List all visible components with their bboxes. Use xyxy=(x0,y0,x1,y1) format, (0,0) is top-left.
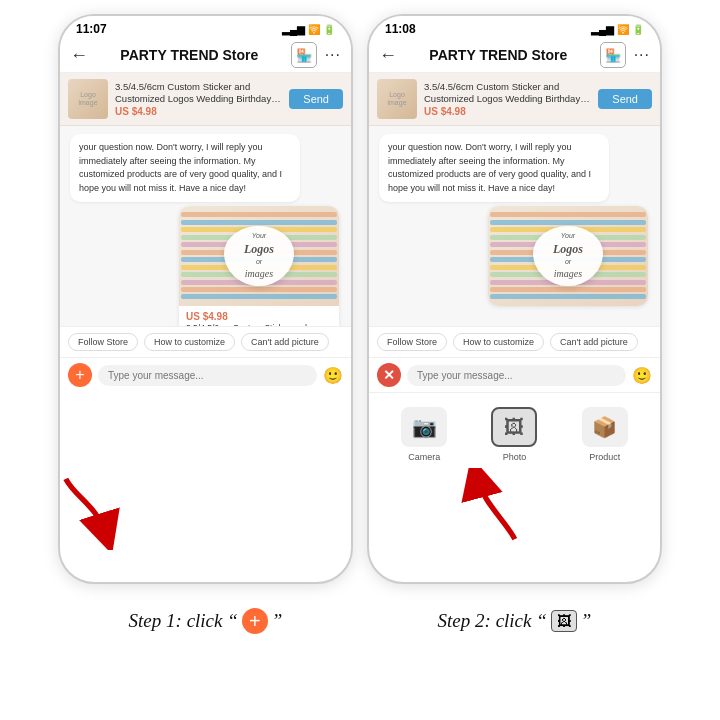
product-card-chat-1: Your Logos or images US $4.98 3.5/4.5/6c… xyxy=(179,206,341,326)
status-bar-2: 11:08 ▂▄▆ 🛜 🔋 xyxy=(369,16,660,38)
cant-add-picture-btn-1[interactable]: Can't add picture xyxy=(241,333,329,351)
step2-photo-icon: 🖼 xyxy=(551,610,577,632)
nav-bar-2: ← PARTY TREND Store 🏪 ··· xyxy=(369,38,660,73)
photo-label: Photo xyxy=(503,452,527,462)
back-button-2[interactable]: ← xyxy=(379,45,397,66)
more-button-2[interactable]: ··· xyxy=(634,46,650,64)
step1-end-quote: ” xyxy=(272,610,283,632)
message-bar-2: ✕ 🙂 xyxy=(369,357,660,392)
product-price-2: US $4.98 xyxy=(424,106,591,117)
photo-item[interactable]: 🖼 Photo xyxy=(491,407,537,462)
message-input-2[interactable] xyxy=(407,365,626,386)
emoji-button-2[interactable]: 🙂 xyxy=(632,366,652,385)
nav-title-2: PARTY TREND Store xyxy=(429,47,567,63)
step2-end-quote: ” xyxy=(581,610,592,632)
signal-icon-1: ▂▄▆ xyxy=(282,24,305,35)
store-icon-1[interactable]: 🏪 xyxy=(291,42,317,68)
how-to-customize-btn-1[interactable]: How to customize xyxy=(144,333,235,351)
product-thumbnail-2: Logoimage xyxy=(377,79,417,119)
cant-add-picture-btn-2[interactable]: Can't add picture xyxy=(550,333,638,351)
product-card-price-1: US $4.98 xyxy=(186,311,332,322)
product-banner-1: Logoimage 3.5/4.5/6cm Custom Sticker and… xyxy=(60,73,351,126)
product-title-1: 3.5/4.5/6cm Custom Sticker and Customize… xyxy=(115,81,282,106)
product-info-2: 3.5/4.5/6cm Custom Sticker and Customize… xyxy=(424,81,591,118)
signal-icon-2: ▂▄▆ xyxy=(591,24,614,35)
send-button-1[interactable]: Send xyxy=(289,89,343,109)
status-time-2: 11:08 xyxy=(385,22,416,36)
product-info-1: 3.5/4.5/6cm Custom Sticker and Customize… xyxy=(115,81,282,118)
camera-item[interactable]: 📷 Camera xyxy=(401,407,447,462)
product-card-image-2: Your Logos or images xyxy=(488,206,648,306)
quick-actions-1: Follow Store How to customize Can't add … xyxy=(60,326,351,357)
product-item[interactable]: 📦 Product xyxy=(582,407,628,462)
step1-label: Step 1: click “ + ” xyxy=(58,608,353,634)
status-time-1: 11:07 xyxy=(76,22,107,36)
product-card-chat-2: Your Logos or images xyxy=(488,206,650,306)
product-card-details-1: US $4.98 3.5/4.5/6cm Custom Sticker and … xyxy=(179,306,339,326)
product-price-1: US $4.98 xyxy=(115,106,282,117)
nav-bar-1: ← PARTY TREND Store 🏪 ··· xyxy=(60,38,351,73)
status-icons-2: ▂▄▆ 🛜 🔋 xyxy=(591,24,644,35)
chat-area-2: your question now. Don't worry, I will r… xyxy=(369,126,660,326)
status-bar-1: 11:07 ▂▄▆ 🛜 🔋 xyxy=(60,16,351,38)
plus-button-1[interactable]: + xyxy=(68,363,92,387)
chat-message-1: your question now. Don't worry, I will r… xyxy=(70,134,300,202)
step1-text: Step 1: click “ xyxy=(129,610,238,632)
media-panel-2: 📷 Camera 🖼 Photo 📦 Product xyxy=(369,392,660,472)
wifi-icon-1: 🛜 xyxy=(308,24,320,35)
product-icon: 📦 xyxy=(582,407,628,447)
more-button-1[interactable]: ··· xyxy=(325,46,341,64)
message-bar-1: + 🙂 xyxy=(60,357,351,392)
x-button-2[interactable]: ✕ xyxy=(377,363,401,387)
chat-area-1: your question now. Don't worry, I will r… xyxy=(60,126,351,326)
chat-message-2: your question now. Don't worry, I will r… xyxy=(379,134,609,202)
send-button-2[interactable]: Send xyxy=(598,89,652,109)
camera-icon: 📷 xyxy=(401,407,447,447)
status-icons-1: ▂▄▆ 🛜 🔋 xyxy=(282,24,335,35)
how-to-customize-btn-2[interactable]: How to customize xyxy=(453,333,544,351)
back-button-1[interactable]: ← xyxy=(70,45,88,66)
nav-title-1: PARTY TREND Store xyxy=(120,47,258,63)
quick-actions-2: Follow Store How to customize Can't add … xyxy=(369,326,660,357)
camera-label: Camera xyxy=(408,452,440,462)
photo-icon: 🖼 xyxy=(491,407,537,447)
phone-1: 11:07 ▂▄▆ 🛜 🔋 ← PARTY TREND Store 🏪 ··· xyxy=(58,14,353,584)
product-label: Product xyxy=(589,452,620,462)
battery-icon-2: 🔋 xyxy=(632,24,644,35)
arrow-2 xyxy=(457,468,537,548)
step1-plus-icon: + xyxy=(242,608,268,634)
nav-icons-1: 🏪 ··· xyxy=(291,42,341,68)
product-card-name-1: 3.5/4.5/6cm Custom Sticker and Customize… xyxy=(186,323,332,326)
message-input-1[interactable] xyxy=(98,365,317,386)
emoji-button-1[interactable]: 🙂 xyxy=(323,366,343,385)
product-title-2: 3.5/4.5/6cm Custom Sticker and Customize… xyxy=(424,81,591,106)
nav-icons-2: 🏪 ··· xyxy=(600,42,650,68)
product-thumbnail-1: Logoimage xyxy=(68,79,108,119)
battery-icon-1: 🔋 xyxy=(323,24,335,35)
follow-store-btn-2[interactable]: Follow Store xyxy=(377,333,447,351)
store-icon-2[interactable]: 🏪 xyxy=(600,42,626,68)
step2-label: Step 2: click “ 🖼 ” xyxy=(367,610,662,632)
step2-text: Step 2: click “ xyxy=(438,610,547,632)
product-card-image-1: Your Logos or images xyxy=(179,206,339,306)
product-banner-2: Logoimage 3.5/4.5/6cm Custom Sticker and… xyxy=(369,73,660,126)
wifi-icon-2: 🛜 xyxy=(617,24,629,35)
follow-store-btn-1[interactable]: Follow Store xyxy=(68,333,138,351)
